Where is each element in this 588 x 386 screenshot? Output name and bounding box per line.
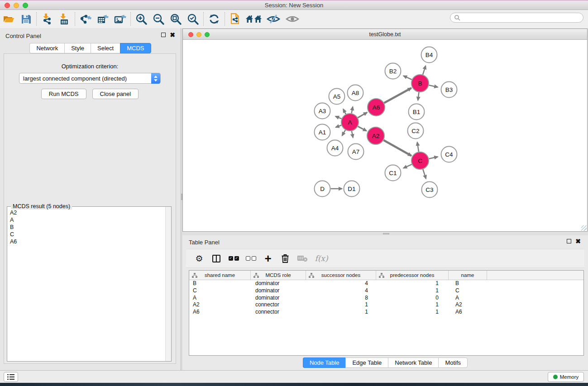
- graph-node-A1[interactable]: A1: [315, 124, 330, 140]
- tab-select[interactable]: Select: [91, 43, 120, 53]
- table-cell[interactable]: A6: [189, 309, 251, 316]
- graph-node-C4[interactable]: C4: [441, 147, 457, 162]
- table-cell[interactable]: connector: [251, 301, 306, 309]
- table-cell[interactable]: C: [189, 287, 251, 295]
- zoom-in-icon[interactable]: [133, 11, 150, 27]
- graph-edge-C-C3[interactable]: [423, 169, 426, 179]
- table-cell[interactable]: 8: [306, 295, 376, 302]
- graph-node-A[interactable]: A: [341, 114, 359, 131]
- import-network-icon[interactable]: [38, 11, 56, 27]
- table-cell[interactable]: connector: [251, 309, 306, 316]
- table-cell[interactable]: A: [449, 295, 487, 302]
- table-cell[interactable]: A2: [189, 301, 251, 309]
- node-table[interactable]: shared name MCDS role successor nodes pr…: [189, 270, 584, 356]
- add-column-icon[interactable]: +: [259, 251, 277, 266]
- graph-node-B[interactable]: B: [411, 75, 429, 92]
- criterion-dropdown[interactable]: largest connected component (directed): [19, 73, 161, 84]
- network-minimize-button[interactable]: [196, 32, 201, 37]
- table-tab-motifs[interactable]: Motifs: [438, 357, 468, 368]
- graph-node-C[interactable]: C: [411, 152, 429, 169]
- table-row[interactable]: Cdominator41C: [189, 287, 583, 295]
- table-row[interactable]: Adominator80A: [189, 295, 583, 302]
- graph-edge-A2-C[interactable]: [383, 140, 411, 156]
- table-cell[interactable]: 4: [306, 280, 376, 287]
- graph-node-C2[interactable]: C2: [408, 123, 424, 139]
- refresh-icon[interactable]: [206, 11, 223, 27]
- graph-node-A7[interactable]: A7: [348, 144, 364, 160]
- graph-node-A3[interactable]: A3: [315, 103, 330, 119]
- float-panel-icon[interactable]: [161, 33, 166, 37]
- graph-node-B1[interactable]: B1: [409, 104, 425, 120]
- tab-style[interactable]: Style: [64, 43, 91, 53]
- columns-icon[interactable]: [208, 251, 225, 266]
- export-image-icon[interactable]: [111, 11, 129, 27]
- close-panel-button[interactable]: Close panel: [92, 89, 139, 99]
- graph-edge-A-A7[interactable]: [352, 131, 353, 138]
- graph-node-A2[interactable]: A2: [367, 127, 384, 144]
- graph-node-A5[interactable]: A5: [329, 89, 345, 105]
- table-tab-edge-table[interactable]: Edge Table: [345, 357, 388, 368]
- result-item[interactable]: A2: [7, 209, 165, 216]
- import-table-icon[interactable]: [56, 11, 73, 27]
- table-row[interactable]: A6connector11A6: [189, 309, 583, 316]
- graph-node-C1[interactable]: C1: [385, 165, 401, 181]
- table-cell[interactable]: dominator: [251, 287, 306, 295]
- column-header-predecessor-nodes[interactable]: predecessor nodes: [376, 271, 449, 280]
- graph-edge-A6-B[interactable]: [384, 88, 411, 103]
- horizontal-splitter[interactable]: [182, 232, 588, 235]
- graph-edge-C-C1[interactable]: [403, 164, 412, 168]
- table-cell[interactable]: 4: [306, 287, 376, 295]
- close-window-button[interactable]: [5, 3, 10, 8]
- tab-mcds[interactable]: MCDS: [120, 43, 151, 53]
- table-cell[interactable]: 1: [376, 301, 449, 309]
- export-table-icon[interactable]: [94, 11, 111, 27]
- graph-edge-B-B2[interactable]: [403, 76, 412, 79]
- graph-node-D1[interactable]: D1: [344, 181, 360, 197]
- float-table-panel-icon[interactable]: [567, 239, 571, 243]
- open-folder-icon[interactable]: [0, 11, 17, 27]
- graph-edge-B-B3[interactable]: [429, 85, 438, 87]
- window-resize-handle[interactable]: [581, 225, 587, 231]
- task-history-button[interactable]: [4, 372, 18, 382]
- zoom-selected-icon[interactable]: [184, 11, 201, 27]
- table-tab-network-table[interactable]: Network Table: [388, 357, 438, 368]
- tab-network[interactable]: Network: [29, 43, 64, 53]
- graph-edge-A-A2[interactable]: [358, 126, 367, 131]
- column-header-mcds-role[interactable]: MCDS role: [251, 271, 306, 280]
- table-cell[interactable]: 1: [306, 309, 376, 316]
- graph-edge-C-C4[interactable]: [429, 157, 438, 158]
- graph-edge-C-C2[interactable]: [417, 142, 419, 152]
- graph-node-B4[interactable]: B4: [421, 47, 437, 63]
- deselect-all-icon[interactable]: [242, 251, 259, 266]
- table-row[interactable]: Bdominator41B: [189, 280, 583, 287]
- graph-node-D[interactable]: D: [315, 181, 330, 197]
- table-cell[interactable]: 1: [376, 287, 449, 295]
- network-zoom-button[interactable]: [205, 32, 210, 37]
- graph-node-A8[interactable]: A8: [348, 85, 363, 101]
- result-item[interactable]: B: [7, 224, 165, 231]
- column-header-name[interactable]: name: [449, 271, 487, 280]
- table-cell[interactable]: A2: [449, 301, 487, 309]
- table-cell[interactable]: B: [189, 280, 251, 287]
- graph-edge-A-A6[interactable]: [358, 112, 367, 118]
- table-cell[interactable]: dominator: [251, 280, 306, 287]
- save-icon[interactable]: [17, 11, 34, 27]
- graph-edge-B-B4[interactable]: [423, 66, 425, 75]
- network-close-button[interactable]: [188, 32, 193, 37]
- result-item[interactable]: A6: [7, 238, 165, 245]
- gear-icon[interactable]: ⚙: [191, 251, 208, 266]
- zoom-fit-icon[interactable]: [167, 11, 184, 27]
- graph-edge-A-A8[interactable]: [352, 107, 353, 113]
- table-tab-node-table[interactable]: Node Table: [303, 357, 346, 368]
- network-canvas[interactable]: AA6A2BCA5A8A3A1A4A7B2B4B3B1C2C4C1C3DD1: [183, 40, 587, 231]
- table-row[interactable]: A2connector11A2: [189, 301, 583, 309]
- result-scrollbar[interactable]: [165, 207, 171, 361]
- table-cell[interactable]: 0: [376, 295, 449, 302]
- graph-node-B2[interactable]: B2: [385, 63, 401, 79]
- eye-slash-icon[interactable]: [264, 11, 283, 27]
- memory-button[interactable]: Memory: [548, 372, 584, 382]
- network-window-titlebar[interactable]: testGlobe.txt: [183, 29, 587, 40]
- trash-icon[interactable]: [277, 251, 294, 266]
- run-mcds-button[interactable]: Run MCDS: [41, 89, 86, 99]
- column-header-shared-name[interactable]: shared name: [189, 271, 251, 280]
